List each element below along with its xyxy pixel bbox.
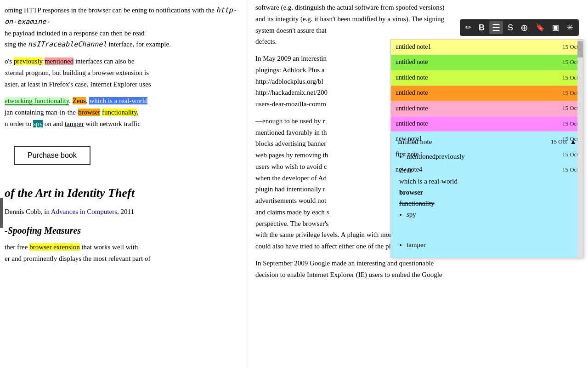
note-content-functionality: functionality [397,198,577,209]
list-tool-button[interactable]: ☰ [489,21,503,34]
para-browser-ext: ther free browser extension that works w… [5,242,238,264]
highlight-browser: browser [78,109,100,116]
scrollbar-thumb[interactable] [577,41,583,58]
note-content-real-world: which is a real-world [397,176,577,187]
annotation-toolbar: ✏ B ☰ S ⊕ 🔖 ▣ ✳ [460,19,579,36]
highlight-tamper: tamper [65,120,84,127]
code-http-on-examine: http-on-examine- [5,6,237,26]
note-date: 15 Oct [562,104,578,113]
note-content-tamper-list: tamper [407,239,577,250]
note-item-untitled4[interactable]: untitled note 15 Oct [391,86,583,101]
note-title: untitled note [396,104,428,114]
note-detail-title: untitled note [397,136,432,147]
left-panel: oming HTTP responses in the browser can … [0,0,248,368]
note-content-zeus: Zeus [397,165,577,176]
note-content-item-spy: spy [407,209,577,220]
left-accent-bar [0,198,3,228]
strikethrough-tool-button[interactable]: S [505,22,516,34]
author-year: , 2011 [117,208,134,215]
note-item-untitled3[interactable]: untitled note 15 Oct [391,70,583,86]
right-para4: In September 2009 Google made an interes… [255,258,581,281]
highlight-zeus: Zeus [73,97,86,104]
sparkle-tool-button[interactable]: ✳ [564,22,576,34]
para-previously: o's previously mentioned interfaces can … [5,56,238,90]
note-date: 15 Oct [562,165,578,175]
note-item-untitled1[interactable]: untitled note1 15 Oct [391,40,583,55]
note-item-untitled6[interactable]: untitled note 15 Oct [391,116,583,132]
note-content-browser: browser [397,187,577,198]
note-item-untitled5[interactable]: untitled note 15 Oct [391,101,583,116]
note-content-item-tamper: tamper [407,239,577,250]
highlight-previously: previously [14,58,43,65]
highlight-spy: spy [33,120,43,127]
highlight-mentioned: mentioned [45,58,74,65]
highlight-tool-button[interactable]: ✏ [463,22,474,33]
bookmark-tool-button[interactable]: 🔖 [533,22,548,33]
note-date: 15 Oct [562,88,578,98]
para-http: oming HTTP responses in the browser can … [5,5,238,50]
view-tool-button[interactable]: ▣ [549,22,562,33]
note-date: 15 Oct [562,73,578,83]
bold-tool-button[interactable]: B [476,22,487,34]
code-ns-traceable: nsITraceableChannel [28,40,107,48]
highlight-browser-extension: browser extension [29,243,80,251]
note-date: 15 Oct [562,119,578,129]
highlight-functionality: functionality [102,109,137,116]
right-panel: ✏ B ☰ S ⊕ 🔖 ▣ ✳ software (e.g. distingui… [248,0,588,368]
note-title: untitled note [396,88,428,98]
author-line: Dennis Cobb, in Advances in Computers, 2… [5,206,238,218]
note-detail-panel: untitled note 15 Oct ▲ mentionedprevious… [391,132,583,258]
note-title: untitled note1 [396,42,431,52]
advances-in-computers-link[interactable]: Advances in Computers [51,208,117,215]
note-title: untitled note [396,119,428,129]
note-date: 15 Oct [562,58,578,67]
sub-heading: -Spoofing Measures [5,223,238,238]
note-content-blank [397,223,577,239]
notes-list: untitled note1 15 Oct untitled note 15 O… [391,40,583,132]
note-date: 15 Oct [562,42,578,52]
note-content-spy-list: spy [407,209,577,220]
note-title: untitled note [396,57,428,67]
notes-scrollbar[interactable] [577,40,583,258]
para-zeus: etworking functionality. Zeus, which is … [5,95,238,129]
note-scroll-up[interactable]: ▲ [570,136,577,147]
note-detail-date: 15 Oct [551,137,567,147]
note-content-list: mentionedpreviously [407,151,577,162]
note-title: untitled note [396,73,428,83]
highlight-networking: etworking functionality [5,97,69,105]
section-title: of the Art in Identity Theft [5,184,238,203]
note-item-untitled2[interactable]: untitled note 15 Oct [391,55,583,70]
notes-panel: untitled note1 15 Oct untitled note 15 O… [390,39,583,258]
note-content-item-mentionedpreviously: mentionedpreviously [407,151,577,162]
highlight-real-world: which is a real-world [89,97,147,104]
note-detail-header: untitled note 15 Oct ▲ [397,136,577,147]
author-name: Dennis Cobb, in [5,208,51,215]
note-date: 15 Oct [562,150,578,160]
purchase-book-button[interactable]: Purchase book [14,146,90,165]
add-tool-button[interactable]: ⊕ [518,21,531,34]
